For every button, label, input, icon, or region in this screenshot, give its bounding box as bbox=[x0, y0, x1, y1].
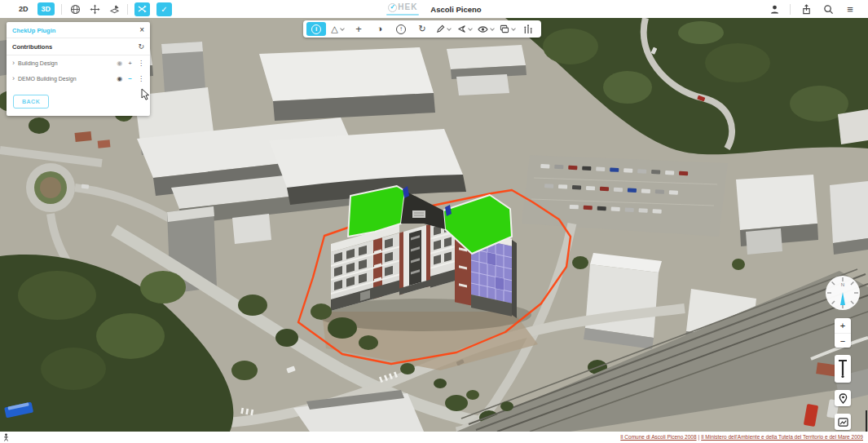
back-button[interactable]: BACK bbox=[13, 95, 49, 109]
chevron-down-icon bbox=[447, 26, 452, 31]
crosshair-icon: + bbox=[355, 24, 362, 34]
search-icon[interactable] bbox=[822, 2, 835, 16]
contributions-section-title: Contributions bbox=[12, 43, 52, 51]
globe-icon[interactable] bbox=[68, 2, 82, 16]
shadow-tool-button[interactable]: ◑ bbox=[370, 22, 390, 36]
zoom-in-button[interactable]: + bbox=[835, 318, 851, 333]
refresh-icon[interactable]: ↻ bbox=[138, 42, 144, 51]
locate-button[interactable] bbox=[835, 390, 851, 406]
shuffle-button[interactable] bbox=[134, 2, 150, 16]
mode-3d-button[interactable]: 3D bbox=[37, 2, 55, 16]
contrast-icon: ◑ bbox=[377, 24, 383, 33]
chek-logo: ✓ HEK bbox=[386, 3, 419, 16]
stats-bars-icon bbox=[523, 24, 533, 34]
export-tool-button[interactable] bbox=[497, 22, 517, 36]
chevron-down-icon bbox=[468, 26, 473, 31]
mode-2d-button[interactable]: 2D bbox=[16, 3, 31, 15]
compass[interactable]: N bbox=[824, 274, 861, 312]
contribution-label: Building Design bbox=[18, 60, 111, 66]
zoom-out-button[interactable]: − bbox=[835, 333, 851, 348]
info-icon: i bbox=[311, 24, 321, 34]
rotate-tool-button[interactable]: ↻ bbox=[412, 22, 432, 36]
map-pin-icon bbox=[839, 393, 848, 404]
user-icon[interactable] bbox=[768, 2, 781, 16]
compass-north-label: N bbox=[841, 282, 844, 287]
measure-tool-button[interactable] bbox=[518, 22, 538, 36]
select-tool-button[interactable] bbox=[455, 22, 474, 36]
plugin-panel-title: ChekUp Plugin bbox=[12, 27, 55, 34]
top-bar: 2D 3D ✓ ✓ HEK bbox=[0, 0, 868, 18]
pedestrian-mode-icon[interactable] bbox=[2, 430, 10, 443]
attribution-link-comune[interactable]: Il Comune di Ascoli Piceno 2008 bbox=[620, 434, 696, 440]
logo-letters: HEK bbox=[398, 3, 417, 11]
triangle-icon: △ bbox=[331, 24, 337, 33]
divider bbox=[61, 4, 62, 15]
contribution-label: DEMO Building Design bbox=[18, 76, 111, 82]
chevron-down-icon bbox=[490, 26, 495, 31]
contribution-row-demo-building-design[interactable]: › DEMO Building Design ◉ − ⋮ bbox=[7, 71, 150, 86]
sketch-layers-icon[interactable] bbox=[108, 2, 121, 16]
chevron-down-icon bbox=[511, 26, 516, 31]
remove-icon[interactable]: − bbox=[128, 76, 132, 82]
logo-check-icon: ✓ bbox=[388, 3, 397, 12]
eye-icon bbox=[478, 25, 488, 33]
info-tool-button[interactable]: i bbox=[306, 22, 326, 36]
chevron-down-icon bbox=[340, 26, 345, 31]
close-icon[interactable]: × bbox=[139, 26, 144, 34]
contribution-row-building-design[interactable]: › Building Design ◉ + ⋮ bbox=[7, 55, 150, 71]
plugin-panel: ChekUp Plugin × Contributions ↻ › Buildi… bbox=[7, 22, 150, 116]
view-tool-button[interactable] bbox=[476, 22, 496, 36]
check-button[interactable]: ✓ bbox=[156, 2, 172, 16]
overview-map-button[interactable] bbox=[835, 414, 851, 430]
tilt-slider[interactable] bbox=[835, 355, 851, 383]
label-tool-button[interactable]: △ bbox=[328, 22, 347, 36]
divider bbox=[790, 4, 791, 15]
attribution-separator: | bbox=[698, 434, 700, 440]
share-icon[interactable] bbox=[800, 2, 813, 16]
footer-bar: Il Comune di Ascoli Piceno 2008|Il Minis… bbox=[0, 432, 868, 443]
add-icon[interactable]: + bbox=[128, 60, 132, 67]
stack-icon bbox=[500, 24, 509, 33]
upload-tool-button[interactable]: ↑ bbox=[391, 22, 411, 36]
point-tool-button[interactable]: + bbox=[349, 22, 368, 36]
zoom-control-group: + − bbox=[835, 318, 851, 348]
logo-tagline-bar bbox=[386, 14, 419, 16]
pen-icon bbox=[436, 24, 445, 33]
target-icon[interactable]: ◉ bbox=[117, 60, 122, 67]
map-attribution: Il Comune di Ascoli Piceno 2008|Il Minis… bbox=[620, 434, 863, 440]
overview-map-icon bbox=[838, 418, 848, 427]
rotate-icon: ↻ bbox=[418, 24, 425, 33]
tilt-icon bbox=[837, 358, 848, 379]
screen-edge-artifact bbox=[866, 410, 867, 432]
map-parking-lot bbox=[522, 155, 728, 237]
target-icon[interactable]: ◉ bbox=[117, 76, 122, 82]
page-title: Ascoli Piceno bbox=[430, 5, 481, 14]
attribution-link-ministero[interactable]: Il Ministero dell'Ambiente e della Tutel… bbox=[701, 434, 863, 440]
kebab-menu-icon[interactable]: ⋮ bbox=[138, 76, 144, 82]
chevron-right-icon[interactable]: › bbox=[12, 75, 15, 82]
divider bbox=[127, 4, 128, 15]
app-window: 2D 3D ✓ ✓ HEK bbox=[0, 0, 868, 443]
chevron-right-icon[interactable]: › bbox=[12, 60, 15, 67]
navigation-controls: N + − bbox=[824, 274, 861, 430]
drawing-toolbar: i △ + ◑ ↑ ↻ bbox=[303, 20, 541, 38]
menu-icon[interactable]: ≡ bbox=[844, 2, 857, 16]
kebab-menu-icon[interactable]: ⋮ bbox=[138, 60, 144, 67]
check-icon: ✓ bbox=[161, 5, 167, 14]
upload-circle-icon: ↑ bbox=[396, 24, 406, 34]
cursor-arrow-icon bbox=[457, 24, 466, 33]
axes-icon[interactable] bbox=[88, 2, 101, 16]
draw-tool-button[interactable] bbox=[434, 22, 453, 36]
